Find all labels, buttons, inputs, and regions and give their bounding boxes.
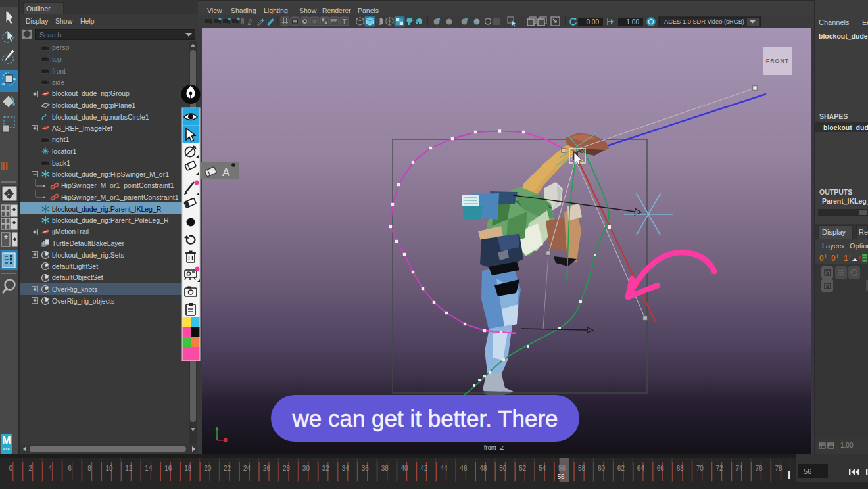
svg-text:24: 24 [243,465,251,472]
svg-text:52: 52 [519,465,527,472]
svg-text:b: b [826,271,829,275]
svg-text:M: M [2,435,11,446]
svg-text:56: 56 [558,465,566,472]
svg-text:74: 74 [736,465,744,472]
svg-text:76: 76 [755,465,763,472]
svg-text:68: 68 [677,465,685,472]
svg-text:AYA: AYA [3,447,10,451]
svg-text:16: 16 [164,465,172,472]
svg-text:32: 32 [322,465,330,472]
svg-text:6: 6 [68,465,72,472]
svg-text:14: 14 [145,465,153,472]
svg-text:A: A [222,166,230,179]
svg-text:28: 28 [283,465,291,472]
svg-text:38: 38 [381,465,389,472]
svg-text:10: 10 [105,465,113,472]
svg-text:T: T [342,18,346,26]
svg-text:42: 42 [420,465,428,472]
svg-text:front -Z: front -Z [484,444,504,451]
svg-text:62: 62 [617,465,625,472]
svg-text:48: 48 [479,465,487,472]
svg-text:22: 22 [224,465,231,472]
svg-text:58: 58 [578,465,586,472]
svg-text:40: 40 [401,465,409,472]
svg-text:30: 30 [302,465,310,472]
svg-text:2: 2 [28,465,32,472]
svg-text:0: 0 [9,465,13,472]
svg-text:50: 50 [499,465,507,472]
svg-text:36: 36 [362,465,370,472]
svg-text:60: 60 [598,465,606,472]
svg-text:44: 44 [440,465,448,472]
svg-text:12: 12 [125,465,133,472]
svg-text:34: 34 [342,465,350,472]
svg-text:ACES 1.0 SDR-video (sRGB): ACES 1.0 SDR-video (sRGB) [664,18,744,25]
svg-text:72: 72 [716,465,724,472]
svg-text:FRONT: FRONT [766,58,789,64]
svg-text:1.00: 1.00 [627,18,640,26]
svg-text:64: 64 [637,465,645,472]
svg-text:66: 66 [657,465,665,472]
svg-text:56: 56 [558,473,566,480]
svg-text:70: 70 [696,465,704,472]
svg-text:46: 46 [460,465,468,472]
svg-text:4: 4 [48,465,52,472]
svg-text:0.00: 0.00 [587,18,600,26]
svg-text:20: 20 [204,465,212,472]
svg-text:18: 18 [184,465,192,472]
svg-text:26: 26 [263,465,271,472]
svg-text:78: 78 [775,465,783,472]
svg-text:56: 56 [804,467,811,475]
svg-text:b: b [826,284,829,289]
svg-text:54: 54 [539,465,546,472]
svg-text:8: 8 [87,465,91,472]
